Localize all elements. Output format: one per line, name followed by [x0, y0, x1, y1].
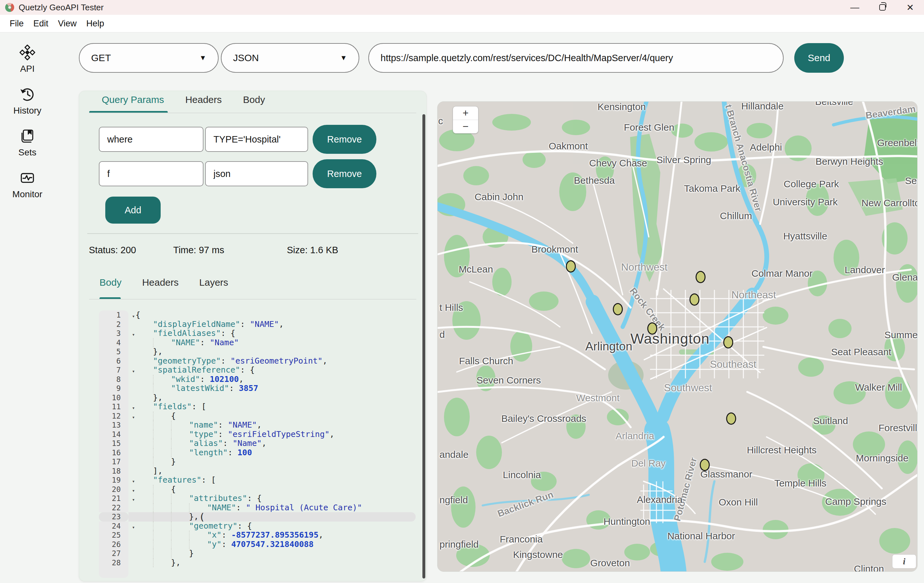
- format-dropdown[interactable]: JSON ▼: [221, 43, 359, 73]
- code-line[interactable]: 25"x": -8577237.895356195,: [99, 530, 416, 540]
- tab-headers[interactable]: Headers: [185, 94, 221, 105]
- remove-param-button[interactable]: Remove: [313, 159, 376, 188]
- send-button[interactable]: Send: [794, 43, 844, 73]
- code-line[interactable]: 7▾"spatialReference": {: [99, 366, 416, 375]
- code-line[interactable]: 11▾"fields": [: [99, 402, 416, 412]
- menu-help[interactable]: Help: [86, 19, 104, 29]
- fold-arrow-icon[interactable]: ▾: [132, 312, 135, 321]
- menu-view[interactable]: View: [58, 19, 77, 29]
- map-label: Hyattsville: [783, 231, 827, 242]
- line-number: 6: [99, 356, 129, 366]
- sidebar-item-api[interactable]: API: [0, 44, 55, 74]
- code-line[interactable]: 22"NAME": " Hospital (Acute Care)": [99, 503, 416, 512]
- add-param-button[interactable]: Add: [105, 197, 161, 224]
- minimize-button[interactable]: —: [841, 0, 869, 15]
- fold-arrow-icon[interactable]: ▾: [132, 523, 135, 532]
- line-number: 8: [99, 375, 129, 384]
- code-line[interactable]: 10},: [99, 393, 416, 402]
- map-label: Beltsville: [815, 101, 853, 107]
- hospital-marker[interactable]: [723, 336, 733, 348]
- fold-arrow-icon[interactable]: ▾: [132, 413, 135, 422]
- code-line-content: "fields": [: [129, 402, 416, 412]
- map-label: Clinton: [854, 563, 884, 572]
- param-key-input[interactable]: [99, 127, 203, 152]
- tab-response-headers[interactable]: Headers: [142, 277, 178, 288]
- code-line[interactable]: 5},: [99, 347, 416, 356]
- fold-arrow-icon[interactable]: ▾: [132, 486, 135, 496]
- map-label: Lincolnia: [503, 469, 541, 480]
- fold-arrow-icon[interactable]: ▾: [132, 403, 135, 413]
- method-dropdown[interactable]: GET ▼: [79, 43, 219, 73]
- zoom-in-button[interactable]: +: [453, 107, 478, 120]
- restore-button[interactable]: [869, 0, 896, 15]
- code-line[interactable]: 15"alias": "Name",: [99, 439, 416, 448]
- hospital-marker[interactable]: [613, 303, 623, 315]
- map-label: Arlandria: [615, 430, 654, 441]
- code-line[interactable]: 20▾{: [99, 485, 416, 494]
- sidebar-item-sets[interactable]: Sets: [0, 128, 55, 158]
- map-label: Northwest: [621, 261, 667, 273]
- code-line-content: "displayFieldName": "NAME",: [129, 320, 416, 329]
- close-button[interactable]: ✕: [896, 0, 924, 15]
- code-line[interactable]: 23},(: [99, 512, 416, 522]
- hospital-marker[interactable]: [700, 459, 710, 471]
- sidebar-label-sets: Sets: [18, 147, 36, 158]
- menu-file[interactable]: File: [10, 19, 24, 29]
- hospital-marker[interactable]: [566, 260, 576, 273]
- code-line[interactable]: 19▾"features": [: [99, 476, 416, 485]
- map-panel[interactable]: KensingtonHillandaleBeltsvilleBeaverdam …: [437, 101, 917, 572]
- fold-arrow-icon[interactable]: ▾: [132, 495, 135, 504]
- code-line[interactable]: 17}: [99, 457, 416, 466]
- code-line[interactable]: 16"length": 100: [99, 448, 416, 458]
- code-line[interactable]: 27}: [99, 549, 416, 558]
- remove-param-button[interactable]: Remove: [313, 125, 376, 154]
- line-number: 25: [99, 530, 129, 540]
- code-line[interactable]: 18],: [99, 466, 416, 476]
- sidebar-item-history[interactable]: History: [0, 86, 55, 116]
- fold-arrow-icon[interactable]: ▾: [132, 477, 135, 486]
- tab-query-params[interactable]: Query Params: [102, 94, 164, 105]
- tab-body[interactable]: Body: [243, 94, 265, 105]
- code-line[interactable]: 26"y": 4707547.321840088: [99, 540, 416, 549]
- tab-divider: [89, 299, 416, 300]
- code-line[interactable]: 12▾{: [99, 412, 416, 421]
- url-input[interactable]: [368, 43, 784, 73]
- sidebar-item-monitor[interactable]: Monitor: [0, 170, 55, 199]
- code-line[interactable]: 4"NAME": "Name": [99, 338, 416, 347]
- code-line[interactable]: 14"type": "esriFieldTypeString",: [99, 430, 416, 439]
- code-line[interactable]: 2"displayFieldName": "NAME",: [99, 320, 416, 329]
- tab-response-body[interactable]: Body: [99, 277, 121, 288]
- map-label: Northeast: [731, 289, 776, 301]
- app-logo-icon: [5, 3, 14, 12]
- hospital-marker[interactable]: [726, 412, 736, 425]
- hospital-marker[interactable]: [690, 293, 700, 306]
- code-line[interactable]: 24▾"geometry": {: [99, 522, 416, 531]
- code-line[interactable]: 28},: [99, 558, 416, 568]
- hospital-marker[interactable]: [696, 271, 706, 283]
- map-label: Chevy Chase: [589, 158, 647, 169]
- fold-arrow-icon[interactable]: ▾: [132, 367, 135, 376]
- code-line[interactable]: 3▾"fieldAliases": {: [99, 329, 416, 338]
- zoom-out-button[interactable]: −: [453, 120, 478, 133]
- json-response-viewer[interactable]: 1▾{2"displayFieldName": "NAME",3▾"fieldA…: [99, 306, 416, 578]
- code-line[interactable]: 21▾"attributes": {: [99, 494, 416, 503]
- param-value-input[interactable]: [205, 127, 308, 152]
- param-value-input[interactable]: [205, 161, 308, 186]
- sets-book-icon: [19, 128, 35, 145]
- code-line[interactable]: 1▾{: [99, 310, 416, 320]
- code-line-content: },: [129, 558, 416, 568]
- hospital-marker[interactable]: [647, 323, 657, 334]
- code-line[interactable]: 6"geometryType": "esriGeometryPoint",: [99, 356, 416, 366]
- fold-arrow-icon[interactable]: ▾: [132, 330, 135, 339]
- tab-response-layers[interactable]: Layers: [199, 277, 228, 288]
- param-row: Remove: [99, 159, 376, 188]
- code-line[interactable]: 8"wkid": 102100,: [99, 375, 416, 384]
- code-line[interactable]: 13"name": "NAME",: [99, 420, 416, 430]
- panel-scrollbar[interactable]: [422, 114, 425, 578]
- code-line-content: "geometryType": "esriGeometryPoint",: [129, 356, 416, 366]
- map-info-button[interactable]: i: [892, 554, 916, 568]
- menu-edit[interactable]: Edit: [33, 19, 49, 29]
- param-key-input[interactable]: [99, 161, 203, 186]
- line-number: 15: [99, 439, 129, 448]
- code-line[interactable]: 9"latestWkid": 3857: [99, 384, 416, 393]
